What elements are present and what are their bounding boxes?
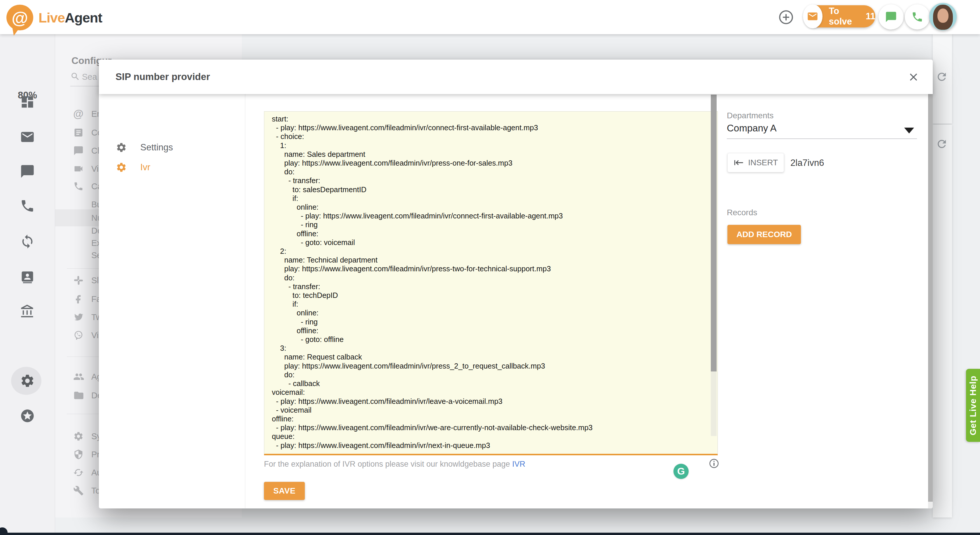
select-underline: [727, 139, 917, 139]
calls-button[interactable]: [905, 5, 930, 29]
phone-icon: [73, 181, 85, 192]
modal-right-panel: Departments Company A INSERT 2la7ivn6 Re…: [727, 94, 933, 508]
chevron-down-icon[interactable]: [904, 128, 914, 133]
modal-scrollbar-thumb[interactable]: [928, 94, 933, 502]
sidebar-item-billing[interactable]: [0, 297, 55, 326]
mail-icon: [20, 129, 35, 145]
sip-number-provider-modal: SIP number provider Settings Ivr start: …: [99, 59, 933, 508]
logo-bubble-icon: @: [6, 5, 33, 30]
ivr-help-note: For the explanation of IVR options pleas…: [264, 460, 525, 469]
shield-icon: [73, 449, 85, 460]
chats-button[interactable]: [878, 5, 904, 29]
at-icon: @: [73, 108, 85, 120]
folder-icon: [73, 390, 85, 401]
grammarly-icon[interactable]: G: [673, 464, 689, 479]
background-card: [933, 125, 952, 517]
brand-live: Live: [38, 10, 65, 26]
info-icon[interactable]: [708, 458, 719, 469]
dashboard-icon: [20, 94, 35, 110]
phone-icon: [911, 11, 923, 23]
modal-title: SIP number provider: [116, 71, 210, 82]
add-button[interactable]: [776, 8, 795, 27]
modal-nav: Settings Ivr: [99, 94, 245, 508]
phone-icon: [20, 198, 35, 214]
chat-icon: [20, 164, 35, 179]
to-solve-label: To solve: [829, 6, 858, 27]
close-icon[interactable]: [906, 70, 921, 85]
insert-code-value: 2la7ivn6: [791, 158, 824, 168]
twitter-icon: [73, 312, 85, 323]
videocam-icon: [73, 163, 85, 174]
save-button[interactable]: SAVE: [264, 482, 305, 500]
user-avatar[interactable]: [929, 3, 957, 30]
sidebar-item-dashboard[interactable]: [0, 88, 55, 116]
sync-icon: [20, 234, 35, 249]
insert-arrow-icon: [733, 158, 743, 168]
contact-card-icon: [20, 270, 35, 285]
wrench-icon: [73, 485, 85, 496]
to-solve-count: 11: [865, 11, 875, 22]
ivr-knowledgebase-link[interactable]: IVR: [512, 460, 525, 468]
sidebar-item-contacts[interactable]: [0, 263, 55, 291]
gear-icon: [73, 431, 85, 442]
document-icon: [73, 127, 85, 138]
to-solve-button[interactable]: To solve 11: [804, 5, 875, 27]
refresh-icon[interactable]: [935, 71, 948, 83]
gear-icon: [20, 373, 35, 388]
brand-agent: Agent: [65, 10, 102, 26]
add-record-button[interactable]: ADD RECORD: [727, 225, 801, 244]
ivr-script-content: start: - play: https://www.liveagent.com…: [264, 112, 718, 450]
chat-bubble-icon: [73, 145, 85, 156]
search-icon: [70, 72, 80, 81]
textarea-scrollbar-thumb[interactable]: [711, 94, 717, 372]
modal-nav-ivr[interactable]: Ivr: [99, 158, 245, 177]
bottom-edge-bar: [0, 533, 980, 535]
departments-select[interactable]: Company A: [727, 123, 777, 134]
chat-icon: [885, 11, 897, 23]
sidebar-item-tickets[interactable]: [0, 123, 55, 151]
get-live-help-tab[interactable]: Get Live Help: [966, 369, 980, 442]
autorenew-icon: [73, 467, 85, 478]
insert-button-label: INSERT: [748, 158, 778, 167]
modal-nav-settings-label: Settings: [140, 142, 173, 153]
sidebar-item-chats[interactable]: [0, 157, 55, 185]
people-icon: [73, 371, 85, 382]
modal-header: SIP number provider: [99, 59, 933, 94]
bank-icon: [20, 304, 35, 319]
liveagent-logo[interactable]: @ LiveAgent: [6, 3, 141, 32]
star-circle-icon: [20, 408, 35, 423]
modal-nav-settings[interactable]: Settings: [99, 138, 245, 157]
sidebar-item-social[interactable]: [0, 227, 55, 256]
sidebar-item-calls[interactable]: [0, 192, 55, 220]
gear-icon: [116, 162, 127, 173]
icon-sidebar: 80%: [0, 34, 55, 535]
ivr-script-textarea[interactable]: start: - play: https://www.liveagent.com…: [264, 111, 718, 455]
facebook-icon: [73, 294, 85, 304]
envelope-badge-icon: [803, 5, 822, 28]
sidebar-item-configuration[interactable]: [0, 367, 55, 395]
app-header: @ LiveAgent To solve 11: [0, 0, 980, 34]
departments-label: Departments: [727, 111, 773, 120]
sidebar-item-starred[interactable]: [0, 402, 55, 430]
insert-button[interactable]: INSERT: [727, 153, 784, 172]
gear-icon: [116, 142, 127, 153]
slack-icon: [73, 275, 85, 286]
modal-body: Settings Ivr start: - play: https://www.…: [99, 94, 933, 508]
records-label: Records: [727, 208, 757, 217]
viber-icon: [73, 330, 85, 340]
plus-circle-icon: [778, 9, 794, 26]
modal-nav-ivr-label: Ivr: [140, 162, 150, 172]
search-placeholder: Sea: [82, 72, 97, 82]
refresh-icon[interactable]: [935, 138, 948, 150]
